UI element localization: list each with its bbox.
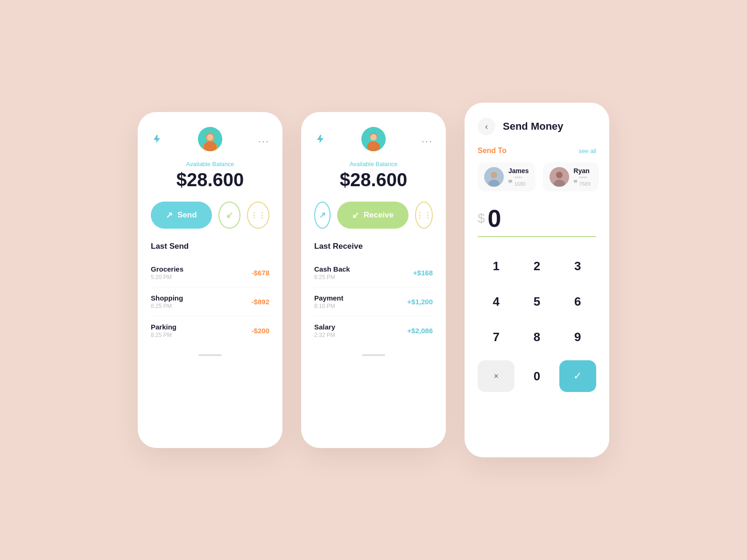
phone-3: ‹ Send Money Send To see all James **** …	[465, 103, 609, 457]
tx-name: Parking	[151, 323, 176, 331]
table-row: Salary 2:32 PM +$2,086	[314, 316, 433, 345]
arrow-down-left-icon: ↙	[226, 210, 233, 220]
receive-button[interactable]: ↙	[218, 202, 241, 229]
send-button[interactable]: ↗ Send	[151, 202, 212, 229]
svg-point-6	[204, 141, 217, 151]
send-money-header: ‹ Send Money	[478, 118, 596, 135]
recipient-card-number: **** 7689	[574, 175, 592, 187]
balance-label: Available Balance	[314, 161, 433, 168]
more-menu-button[interactable]: ...	[258, 133, 269, 145]
num-0-button[interactable]: 0	[518, 360, 555, 392]
avatar	[361, 127, 386, 151]
num-7-button[interactable]: 7	[478, 321, 514, 353]
tx-time: 8:25 PM	[151, 332, 176, 338]
tx-amount: +$168	[413, 269, 433, 277]
tx-amount: +$2,086	[407, 327, 433, 335]
recipient-avatar-ryan	[550, 167, 569, 187]
svg-point-11	[367, 141, 380, 151]
send-to-label: Send To	[478, 147, 507, 155]
tx-time: 2:32 PM	[314, 332, 335, 338]
amount-input-row: $ 0	[478, 204, 596, 237]
action-row: ↗ Send ↙ ⋮⋮	[151, 202, 269, 229]
table-row: Parking 8:25 PM -$200	[151, 316, 269, 345]
transaction-list: Cash Back 6:25 PM +$168 Payment 8:10 PM …	[314, 259, 433, 345]
recipient-name: Ryan	[574, 167, 592, 175]
tx-amount: +$1,200	[407, 298, 433, 306]
send-button[interactable]: ↗	[314, 202, 331, 229]
recipient-info-james: James **** 1680	[508, 167, 529, 187]
tx-time: 8:10 PM	[314, 303, 344, 309]
num-4-button[interactable]: 4	[478, 286, 514, 317]
bolt-icon	[314, 133, 325, 145]
table-row: Shopping 6:25 PM -$892	[151, 287, 269, 316]
recipient-card-number: **** 1680	[508, 175, 529, 187]
svg-point-10	[370, 134, 377, 140]
grid-icon: ⋮⋮	[250, 211, 266, 220]
tx-time: 6:25 PM	[314, 274, 350, 280]
send-to-row: Send To see all	[478, 147, 596, 155]
tx-name: Cash Back	[314, 265, 350, 273]
tx-time: 5:20 PM	[151, 274, 183, 280]
back-button[interactable]: ‹	[478, 118, 495, 135]
num-2-button[interactable]: 2	[518, 250, 555, 282]
tx-amount: -$200	[252, 327, 269, 335]
action-row: ↗ ↙ Receive ⋮⋮	[314, 202, 433, 229]
recipient-name: James	[508, 167, 529, 175]
phone1-header: ...	[151, 127, 269, 151]
recipient-info-ryan: Ryan **** 7689	[574, 167, 592, 187]
num-1-button[interactable]: 1	[478, 250, 514, 282]
num-3-button[interactable]: 3	[559, 250, 596, 282]
delete-button[interactable]: ×	[478, 360, 514, 392]
amount-value: 0	[488, 204, 501, 232]
more-action-button[interactable]: ⋮⋮	[247, 202, 269, 229]
dollar-sign: $	[478, 211, 485, 226]
recipient-james[interactable]: James **** 1680	[478, 162, 536, 191]
num-6-button[interactable]: 6	[559, 286, 596, 317]
svg-point-18	[556, 172, 563, 178]
confirm-button[interactable]: ✓	[559, 360, 596, 392]
svg-rect-21	[574, 180, 578, 181]
arrow-up-right-icon: ↗	[166, 210, 173, 220]
svg-point-13	[491, 172, 497, 178]
tx-name: Groceries	[151, 265, 183, 273]
table-row: Payment 8:10 PM +$1,200	[314, 287, 433, 316]
recipient-ryan[interactable]: Ryan **** 7689	[543, 162, 599, 191]
recipients-row: James **** 1680 Ryan **** 7689	[478, 162, 596, 191]
table-row: Groceries 5:20 PM -$678	[151, 259, 269, 287]
numpad-bottom-row: × 0 ✓	[478, 360, 596, 392]
section-title: Last Send	[151, 242, 269, 251]
page-title: Send Money	[503, 120, 564, 133]
balance-amount: $28.600	[151, 169, 269, 190]
tx-amount: -$678	[252, 269, 269, 277]
see-all-link[interactable]: see all	[578, 147, 596, 154]
svg-rect-20	[574, 180, 578, 182]
numpad: 1 2 3 4 5 6 7 8 9	[478, 250, 596, 353]
receive-label: Receive	[364, 210, 394, 220]
balance-amount: $28.600	[314, 169, 433, 190]
more-menu-button[interactable]: ...	[422, 133, 433, 145]
arrow-down-left-icon: ↙	[352, 210, 359, 220]
phone2-header: ...	[314, 127, 433, 151]
tx-time: 6:25 PM	[151, 303, 183, 309]
section-title: Last Receive	[314, 242, 433, 251]
more-action-button[interactable]: ⋮⋮	[415, 202, 433, 229]
phone-1: ... Available Balance $28.600 ↗ Send ↙ ⋮…	[138, 112, 282, 448]
send-label: Send	[177, 210, 197, 220]
tx-amount: -$892	[252, 298, 269, 306]
avatar	[198, 127, 222, 151]
num-5-button[interactable]: 5	[518, 286, 555, 317]
balance-label: Available Balance	[151, 161, 269, 168]
transaction-list: Groceries 5:20 PM -$678 Shopping 6:25 PM…	[151, 259, 269, 345]
svg-rect-16	[508, 180, 512, 181]
grid-icon: ⋮⋮	[416, 211, 432, 220]
num-9-button[interactable]: 9	[559, 321, 596, 353]
home-indicator	[362, 354, 385, 356]
phone-2: ... Available Balance $28.600 ↗ ↙ Receiv…	[301, 112, 446, 448]
receive-button[interactable]: ↙ Receive	[337, 202, 409, 229]
num-8-button[interactable]: 8	[518, 321, 555, 353]
bolt-icon	[151, 133, 162, 145]
home-indicator	[198, 354, 222, 356]
tx-name: Salary	[314, 323, 335, 331]
svg-rect-15	[508, 180, 512, 182]
table-row: Cash Back 6:25 PM +$168	[314, 259, 433, 287]
